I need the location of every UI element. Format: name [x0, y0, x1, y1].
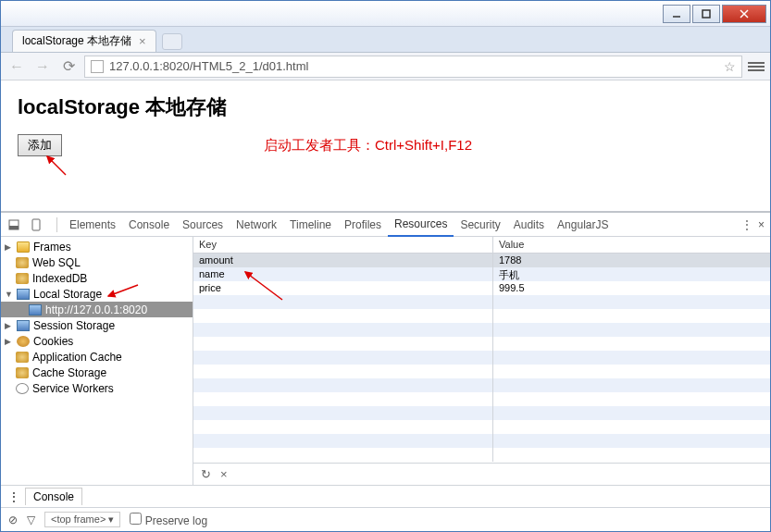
browser-tab[interactable]: localStorage 本地存储 × [12, 30, 156, 52]
devtools-close-icon[interactable]: × [758, 218, 765, 231]
device-icon[interactable] [29, 217, 44, 232]
window-titlebar [1, 1, 770, 27]
resources-sidebar: ▶Frames Web SQL IndexedDB ▼Local Storage… [1, 237, 193, 485]
back-button[interactable]: ← [6, 56, 27, 77]
tab-angularjs[interactable]: AngularJS [551, 213, 615, 237]
maximize-button[interactable] [692, 5, 720, 23]
console-filter-bar: ⊘ ▽ <top frame> ▾ Preserve log [1, 507, 770, 531]
preserve-log-label[interactable]: Preserve log [130, 513, 207, 527]
tab-title: localStorage 本地存储 [22, 33, 131, 49]
url-input-wrap[interactable]: ☆ [84, 56, 742, 78]
hint-text: 启动工发者工具：Ctrl+Shift+I,F12 [264, 137, 472, 155]
kv-row[interactable] [193, 448, 770, 462]
kv-row[interactable] [193, 392, 770, 406]
tree-cookies[interactable]: ▶Cookies [1, 333, 193, 349]
close-button[interactable] [722, 5, 766, 23]
kv-row[interactable] [193, 434, 770, 448]
tab-close-icon[interactable]: × [139, 34, 146, 48]
svg-line-9 [245, 272, 282, 300]
storage-table: Key Value amount1788name手机price999.5 ↻ × [193, 237, 770, 485]
annotation-arrow [105, 283, 142, 304]
svg-rect-7 [32, 219, 40, 230]
browser-tabstrip: localStorage 本地存储 × [1, 27, 770, 53]
preserve-log-checkbox[interactable] [130, 513, 142, 525]
refresh-icon[interactable]: ↻ [201, 467, 211, 481]
tab-resources[interactable]: Resources [388, 213, 454, 237]
tab-audits[interactable]: Audits [507, 213, 551, 237]
devtools-tabbar: Elements Console Sources Network Timelin… [1, 213, 770, 237]
annotation-arrow [44, 153, 71, 184]
storage-toolbar: ↻ × [193, 463, 770, 485]
minimize-button[interactable] [663, 5, 690, 23]
tab-network[interactable]: Network [230, 213, 283, 237]
forward-button[interactable]: → [32, 56, 53, 77]
reload-button[interactable]: ⟳ [58, 56, 79, 77]
tree-sessionstorage[interactable]: ▶Session Storage [1, 317, 193, 333]
browser-menu-button[interactable] [748, 62, 765, 71]
tab-security[interactable]: Security [454, 213, 506, 237]
tree-frames[interactable]: ▶Frames [1, 239, 193, 254]
tab-sources[interactable]: Sources [176, 213, 230, 237]
kv-row[interactable] [193, 365, 770, 378]
page-heading: localStorage 本地存储 [18, 93, 753, 121]
kv-row[interactable]: amount1788 [193, 254, 770, 267]
kv-row[interactable] [193, 378, 770, 392]
tab-elements[interactable]: Elements [63, 213, 122, 237]
bookmark-icon[interactable]: ☆ [724, 59, 736, 74]
tab-console[interactable]: Console [122, 213, 176, 237]
kv-header: Key Value [193, 237, 770, 254]
drawer-more-icon[interactable]: ⋮ [8, 490, 19, 503]
kv-row[interactable] [193, 323, 770, 337]
svg-rect-1 [703, 10, 710, 18]
svg-rect-6 [9, 226, 19, 229]
devtools-more-icon[interactable]: ⋮ [741, 218, 752, 231]
tree-indexeddb[interactable]: IndexedDB [1, 270, 193, 286]
frame-select[interactable]: <top frame> ▾ [44, 512, 120, 527]
console-drawer-tab[interactable]: Console [25, 488, 82, 505]
tree-websql[interactable]: Web SQL [1, 254, 193, 270]
dock-icon[interactable] [6, 217, 21, 232]
value-header[interactable]: Value [493, 237, 770, 253]
tab-profiles[interactable]: Profiles [338, 213, 388, 237]
address-bar: ← → ⟳ ☆ [1, 53, 770, 80]
devtools-panel: Elements Console Sources Network Timelin… [1, 211, 770, 531]
svg-line-8 [108, 285, 138, 296]
tree-cachestorage[interactable]: Cache Storage [1, 365, 193, 380]
kv-row[interactable] [193, 406, 770, 420]
tree-serviceworkers[interactable]: Service Workers [1, 380, 193, 396]
svg-line-4 [47, 156, 66, 175]
kv-row[interactable] [193, 309, 770, 323]
filter-icon[interactable]: ▽ [27, 513, 35, 526]
new-tab-button[interactable] [162, 33, 182, 50]
kv-row[interactable] [193, 420, 770, 434]
tree-appcache[interactable]: Application Cache [1, 349, 193, 365]
console-drawer-bar: ⋮ Console [1, 485, 770, 507]
tree-localstorage-origin[interactable]: http://127.0.0.1:8020 [1, 302, 193, 317]
page-content: localStorage 本地存储 添加 启动工发者工具：Ctrl+Shift+… [1, 80, 770, 211]
key-header[interactable]: Key [193, 237, 493, 253]
kv-row[interactable] [193, 337, 770, 351]
tab-timeline[interactable]: Timeline [283, 213, 338, 237]
clear-console-icon[interactable]: ⊘ [8, 513, 18, 526]
tree-localstorage[interactable]: ▼Local Storage [1, 286, 193, 302]
delete-icon[interactable]: × [220, 467, 228, 481]
page-icon [91, 60, 104, 73]
annotation-arrow [242, 268, 288, 309]
url-input[interactable] [109, 59, 724, 73]
kv-row[interactable] [193, 351, 770, 365]
